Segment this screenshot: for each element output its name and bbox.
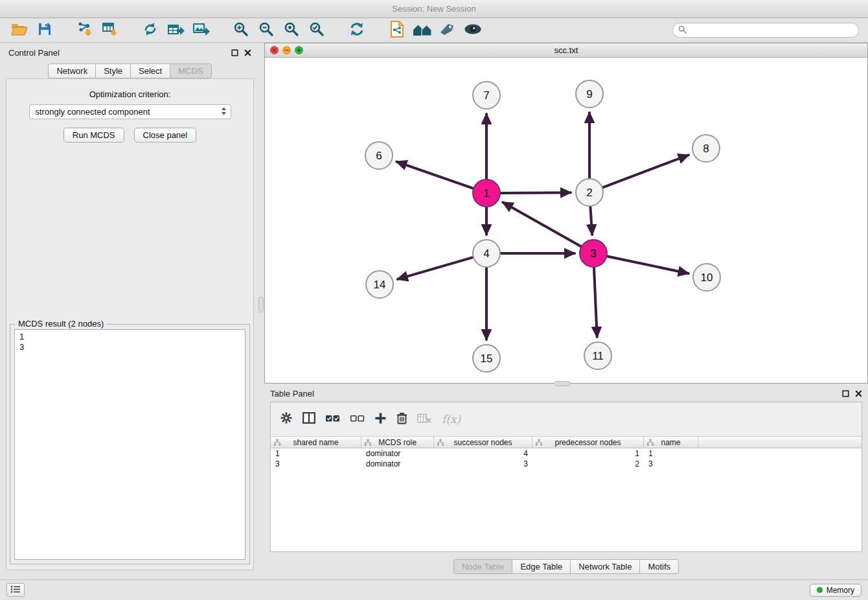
eye-icon [464, 23, 482, 38]
tab-select[interactable]: Select [130, 63, 170, 78]
search-input[interactable] [691, 26, 853, 35]
network-window-titlebar[interactable]: scc.txt [265, 43, 867, 58]
tab-network-table[interactable]: Network Table [570, 559, 640, 574]
network-from-selection-button[interactable] [140, 21, 161, 40]
node-label: 2 [586, 187, 592, 199]
tab-network[interactable]: Network [48, 63, 96, 78]
node-label: 9 [586, 88, 592, 100]
cell-successor-nodes: 4 [434, 449, 532, 458]
zoom-in-button[interactable] [231, 21, 251, 40]
node-1[interactable]: 1 [473, 179, 500, 207]
edge-1-2[interactable] [499, 192, 571, 193]
show-columns-button[interactable] [303, 412, 315, 426]
close-panel-button[interactable]: Close panel [134, 128, 197, 143]
cell-MCDS-role: dominator [361, 459, 434, 468]
tab-motifs[interactable]: Motifs [639, 559, 679, 574]
maximize-window-icon[interactable] [295, 46, 303, 54]
node-9[interactable]: 9 [576, 80, 603, 108]
node-2[interactable]: 2 [576, 179, 603, 206]
close-panel-icon[interactable] [244, 49, 251, 56]
table-row[interactable]: 1dominator411 [271, 448, 862, 459]
network-canvas[interactable]: 7968124314101511 [265, 58, 867, 383]
attribute-type-icon [535, 439, 543, 448]
delete-column-button[interactable] [396, 411, 407, 427]
tab-mcds[interactable]: MCDS [170, 63, 211, 78]
cell-shared-name: 1 [271, 449, 361, 458]
node-4[interactable]: 4 [473, 240, 500, 267]
refresh-icon [349, 21, 365, 40]
import-network-button[interactable] [74, 21, 95, 40]
cell-shared-name: 3 [271, 459, 361, 468]
column-header-successor-nodes[interactable]: successor nodes [434, 437, 532, 448]
float-table-panel-icon[interactable] [842, 390, 849, 397]
edge-3-1[interactable] [503, 202, 582, 247]
horizontal-splitter-handle[interactable] [554, 381, 570, 386]
create-column-button[interactable] [374, 412, 387, 427]
close-window-icon[interactable] [270, 46, 279, 54]
table-row[interactable]: 3dominator323 [271, 459, 862, 469]
mcds-result-line: 1 [19, 332, 240, 342]
deselect-all-rows-button[interactable] [350, 413, 365, 426]
close-table-panel-icon[interactable] [855, 390, 862, 397]
import-table-button[interactable] [100, 21, 120, 40]
network-arrows-icon [143, 21, 158, 40]
tab-edge-table[interactable]: Edge Table [512, 559, 571, 574]
column-header-name[interactable]: name [644, 437, 698, 448]
node-8[interactable]: 8 [692, 135, 720, 162]
column-header-label: shared name [293, 438, 338, 447]
edge-1-6[interactable] [396, 162, 475, 189]
column-header-shared-name[interactable]: shared name [271, 437, 361, 448]
export-image-button[interactable] [190, 21, 211, 40]
node-11[interactable]: 11 [584, 342, 611, 369]
open-session-button[interactable] [9, 21, 30, 40]
zoom-selected-button[interactable] [306, 21, 327, 40]
window-controls [270, 43, 303, 57]
zoom-in-icon [233, 21, 249, 40]
export-table-button[interactable] [165, 21, 186, 40]
attribute-type-icon [273, 439, 281, 448]
optimization-criterion-label: Optimization criterion: [6, 89, 253, 99]
float-panel-icon[interactable] [231, 49, 238, 56]
first-neighbors-button[interactable] [412, 21, 433, 40]
node-14[interactable]: 14 [366, 271, 393, 298]
column-header-label: MCDS role [378, 438, 417, 447]
minimize-window-icon[interactable] [282, 46, 291, 54]
save-session-button[interactable] [34, 21, 55, 40]
node-7[interactable]: 7 [473, 82, 500, 109]
edge-2-3[interactable] [590, 205, 592, 235]
show-hide-button[interactable] [463, 21, 483, 40]
zoom-out-button[interactable] [256, 21, 277, 40]
export-table-icon [167, 21, 185, 40]
style-button[interactable] [437, 21, 458, 40]
node-10[interactable]: 10 [693, 264, 720, 291]
memory-button[interactable]: Memory [810, 584, 862, 597]
tab-style[interactable]: Style [95, 63, 131, 78]
task-history-button[interactable] [6, 583, 25, 597]
search-field[interactable] [672, 23, 859, 38]
node-6[interactable]: 6 [365, 142, 393, 169]
edge-2-8[interactable] [601, 155, 689, 188]
criterion-select[interactable]: strongly connected component [29, 104, 231, 119]
run-mcds-button[interactable]: Run MCDS [63, 128, 124, 143]
node-15[interactable]: 15 [473, 345, 500, 372]
column-header-MCDS-role[interactable]: MCDS role [361, 437, 434, 448]
column-header-predecessor-nodes[interactable]: predecessor nodes [532, 437, 644, 448]
edge-4-14[interactable] [398, 257, 475, 279]
tab-node-table[interactable]: Node Table [453, 559, 513, 574]
edge-3-11[interactable] [594, 266, 597, 337]
mcds-result-list[interactable]: 13 [14, 329, 246, 560]
zoom-fit-button[interactable] [281, 21, 302, 40]
attribute-type-icon [364, 439, 372, 448]
node-label: 8 [703, 143, 709, 155]
share-document-button[interactable] [387, 21, 407, 40]
vertical-splitter-handle[interactable] [258, 297, 264, 312]
node-label: 1 [483, 187, 489, 200]
cell-name: 3 [644, 459, 698, 468]
edge-3-10[interactable] [606, 256, 689, 273]
apply-layout-button[interactable] [347, 21, 367, 40]
table-settings-button[interactable] [280, 411, 293, 427]
zoom-fit-icon [284, 21, 299, 40]
node-3[interactable]: 3 [580, 240, 607, 267]
select-arrows-icon [221, 107, 227, 117]
select-all-rows-button[interactable] [325, 413, 340, 426]
